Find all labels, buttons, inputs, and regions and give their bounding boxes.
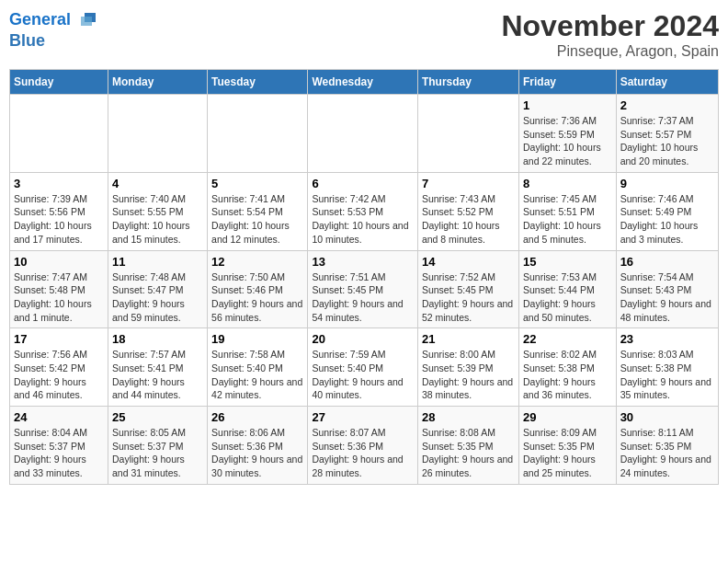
header-tuesday: Tuesday <box>208 70 308 95</box>
day-info: Sunrise: 7:43 AMSunset: 5:52 PMDaylight:… <box>422 192 515 247</box>
day-info: Sunrise: 7:40 AMSunset: 5:55 PMDaylight:… <box>112 192 203 247</box>
calendar-cell: 7Sunrise: 7:43 AMSunset: 5:52 PMDaylight… <box>417 172 518 250</box>
location: Pinseque, Aragon, Spain <box>501 43 719 60</box>
calendar-cell: 19Sunrise: 7:58 AMSunset: 5:40 PMDayligh… <box>208 328 308 407</box>
day-number: 15 <box>523 255 612 269</box>
logo-text: General <box>9 9 99 31</box>
day-number: 7 <box>422 177 515 190</box>
day-number: 14 <box>422 255 515 269</box>
calendar-cell <box>10 95 108 173</box>
calendar-cell: 3Sunrise: 7:39 AMSunset: 5:56 PMDaylight… <box>10 172 108 250</box>
calendar-cell: 2Sunrise: 7:37 AMSunset: 5:57 PMDaylight… <box>616 95 718 173</box>
calendar-cell <box>208 95 308 173</box>
day-info: Sunrise: 7:51 AMSunset: 5:45 PMDaylight:… <box>312 270 413 325</box>
day-info: Sunrise: 7:36 AMSunset: 5:59 PMDaylight:… <box>523 114 612 168</box>
day-info: Sunrise: 7:54 AMSunset: 5:43 PMDaylight:… <box>620 270 714 325</box>
calendar-cell: 23Sunrise: 8:03 AMSunset: 5:38 PMDayligh… <box>616 328 718 407</box>
logo-blue: Blue <box>9 31 99 51</box>
day-number: 12 <box>211 255 303 269</box>
day-number: 1 <box>523 98 612 112</box>
calendar-cell: 30Sunrise: 8:11 AMSunset: 5:35 PMDayligh… <box>616 407 718 485</box>
day-number: 30 <box>620 410 714 424</box>
header-thursday: Thursday <box>417 70 518 95</box>
day-info: Sunrise: 8:04 AMSunset: 5:37 PMDaylight:… <box>14 426 104 480</box>
calendar-cell <box>308 95 417 173</box>
day-info: Sunrise: 7:37 AMSunset: 5:57 PMDaylight:… <box>620 114 714 168</box>
day-info: Sunrise: 7:52 AMSunset: 5:45 PMDaylight:… <box>422 270 515 325</box>
title-block: November 2024 Pinseque, Aragon, Spain <box>501 9 719 60</box>
calendar-cell: 11Sunrise: 7:48 AMSunset: 5:47 PMDayligh… <box>108 250 207 328</box>
day-info: Sunrise: 7:39 AMSunset: 5:56 PMDaylight:… <box>14 192 104 247</box>
day-number: 16 <box>620 255 714 269</box>
day-number: 2 <box>620 98 714 112</box>
calendar-table: Sunday Monday Tuesday Wednesday Thursday… <box>9 69 719 485</box>
header-saturday: Saturday <box>616 70 718 95</box>
day-number: 10 <box>14 255 104 269</box>
calendar-cell <box>417 95 518 173</box>
logo-icon <box>77 9 99 31</box>
calendar-cell: 27Sunrise: 8:07 AMSunset: 5:36 PMDayligh… <box>308 407 417 485</box>
page-header: General Blue November 2024 Pinseque, Ara… <box>9 9 719 60</box>
day-number: 6 <box>312 177 413 190</box>
day-number: 21 <box>422 332 515 346</box>
calendar-week-3: 10Sunrise: 7:47 AMSunset: 5:48 PMDayligh… <box>10 250 719 328</box>
day-info: Sunrise: 8:11 AMSunset: 5:35 PMDaylight:… <box>620 426 714 480</box>
day-number: 25 <box>112 410 203 424</box>
calendar-cell: 8Sunrise: 7:45 AMSunset: 5:51 PMDaylight… <box>519 172 617 250</box>
header-friday: Friday <box>519 70 617 95</box>
header-sunday: Sunday <box>10 70 108 95</box>
day-number: 9 <box>620 177 714 190</box>
calendar-cell: 6Sunrise: 7:42 AMSunset: 5:53 PMDaylight… <box>308 172 417 250</box>
header-monday: Monday <box>108 70 207 95</box>
day-info: Sunrise: 7:59 AMSunset: 5:40 PMDaylight:… <box>312 348 413 402</box>
month-title: November 2024 <box>501 9 719 43</box>
day-number: 29 <box>523 410 612 424</box>
logo: General Blue <box>9 9 99 51</box>
weekday-header-row: Sunday Monday Tuesday Wednesday Thursday… <box>10 70 719 95</box>
day-number: 3 <box>14 177 104 190</box>
day-info: Sunrise: 7:50 AMSunset: 5:46 PMDaylight:… <box>211 270 303 325</box>
calendar-cell: 13Sunrise: 7:51 AMSunset: 5:45 PMDayligh… <box>308 250 417 328</box>
day-info: Sunrise: 8:09 AMSunset: 5:35 PMDaylight:… <box>523 426 612 480</box>
calendar-cell: 16Sunrise: 7:54 AMSunset: 5:43 PMDayligh… <box>616 250 718 328</box>
calendar-cell: 24Sunrise: 8:04 AMSunset: 5:37 PMDayligh… <box>10 407 108 485</box>
day-number: 20 <box>312 332 413 346</box>
day-info: Sunrise: 8:02 AMSunset: 5:38 PMDaylight:… <box>523 348 612 402</box>
day-info: Sunrise: 8:06 AMSunset: 5:36 PMDaylight:… <box>211 426 303 480</box>
day-info: Sunrise: 7:46 AMSunset: 5:49 PMDaylight:… <box>620 192 714 247</box>
calendar-week-5: 24Sunrise: 8:04 AMSunset: 5:37 PMDayligh… <box>10 407 719 485</box>
calendar-cell: 29Sunrise: 8:09 AMSunset: 5:35 PMDayligh… <box>519 407 617 485</box>
day-info: Sunrise: 7:47 AMSunset: 5:48 PMDaylight:… <box>14 270 104 325</box>
day-info: Sunrise: 7:57 AMSunset: 5:41 PMDaylight:… <box>112 348 203 402</box>
day-number: 22 <box>523 332 612 346</box>
day-info: Sunrise: 8:08 AMSunset: 5:35 PMDaylight:… <box>422 426 515 480</box>
calendar-cell: 28Sunrise: 8:08 AMSunset: 5:35 PMDayligh… <box>417 407 518 485</box>
calendar-cell: 21Sunrise: 8:00 AMSunset: 5:39 PMDayligh… <box>417 328 518 407</box>
svg-marker-1 <box>81 17 92 26</box>
day-info: Sunrise: 8:00 AMSunset: 5:39 PMDaylight:… <box>422 348 515 402</box>
calendar-week-4: 17Sunrise: 7:56 AMSunset: 5:42 PMDayligh… <box>10 328 719 407</box>
day-number: 4 <box>112 177 203 190</box>
day-info: Sunrise: 8:05 AMSunset: 5:37 PMDaylight:… <box>112 426 203 480</box>
day-number: 13 <box>312 255 413 269</box>
day-info: Sunrise: 7:53 AMSunset: 5:44 PMDaylight:… <box>523 270 612 325</box>
calendar-cell: 25Sunrise: 8:05 AMSunset: 5:37 PMDayligh… <box>108 407 207 485</box>
day-info: Sunrise: 7:45 AMSunset: 5:51 PMDaylight:… <box>523 192 612 247</box>
calendar-cell: 17Sunrise: 7:56 AMSunset: 5:42 PMDayligh… <box>10 328 108 407</box>
day-info: Sunrise: 7:48 AMSunset: 5:47 PMDaylight:… <box>112 270 203 325</box>
calendar-cell: 12Sunrise: 7:50 AMSunset: 5:46 PMDayligh… <box>208 250 308 328</box>
calendar-cell: 26Sunrise: 8:06 AMSunset: 5:36 PMDayligh… <box>208 407 308 485</box>
day-number: 28 <box>422 410 515 424</box>
day-number: 23 <box>620 332 714 346</box>
calendar-cell: 20Sunrise: 7:59 AMSunset: 5:40 PMDayligh… <box>308 328 417 407</box>
day-info: Sunrise: 8:07 AMSunset: 5:36 PMDaylight:… <box>312 426 413 480</box>
day-number: 24 <box>14 410 104 424</box>
day-info: Sunrise: 8:03 AMSunset: 5:38 PMDaylight:… <box>620 348 714 402</box>
day-number: 17 <box>14 332 104 346</box>
day-number: 18 <box>112 332 203 346</box>
calendar-cell: 18Sunrise: 7:57 AMSunset: 5:41 PMDayligh… <box>108 328 207 407</box>
calendar-cell: 15Sunrise: 7:53 AMSunset: 5:44 PMDayligh… <box>519 250 617 328</box>
calendar-cell: 5Sunrise: 7:41 AMSunset: 5:54 PMDaylight… <box>208 172 308 250</box>
calendar-cell <box>108 95 207 173</box>
day-number: 19 <box>211 332 303 346</box>
